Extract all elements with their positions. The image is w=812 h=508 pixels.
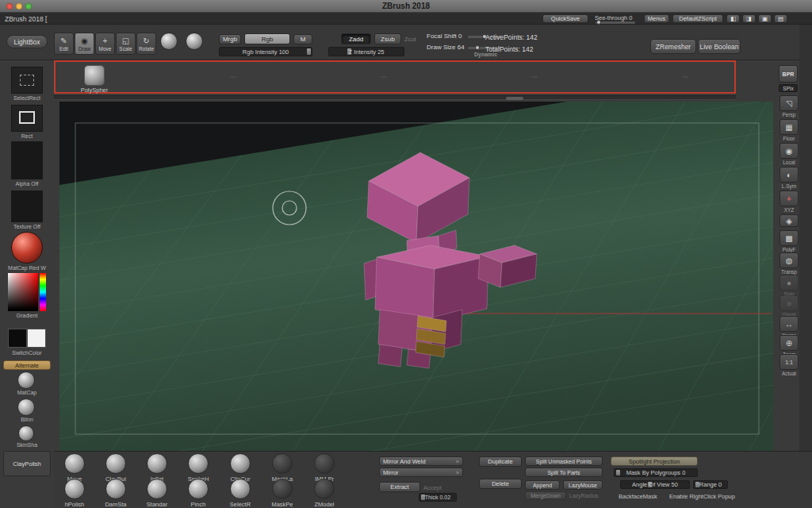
material-thumbnail[interactable] [11, 232, 43, 264]
lazyradius-slider[interactable]: LazyRadius [569, 493, 599, 498]
transp-label: Transp [779, 269, 799, 275]
live-boolean-button[interactable]: Live Boolean [698, 39, 741, 54]
solo-button[interactable]: ● Solo [779, 275, 799, 297]
zadd-button[interactable]: Zadd [341, 33, 371, 44]
claypolish-button[interactable]: ClayPolish [3, 451, 51, 476]
mask-by-polygroups-slider[interactable]: Mask By Polygroups 0 [614, 468, 698, 477]
ghost-button[interactable]: ○ Ghost [779, 295, 799, 318]
append-button[interactable]: Append [525, 480, 560, 490]
material-preview-icon[interactable] [160, 33, 178, 50]
angle-of-view-slider[interactable]: Angle Of View 50 [620, 480, 690, 489]
viewport-canvas[interactable] [59, 102, 773, 451]
rgb-intensity-handle[interactable] [307, 48, 311, 55]
layout-icon[interactable]: ▤ [774, 14, 787, 23]
stroke-selectrect-thumbnail[interactable] [11, 67, 43, 94]
palette-icon[interactable]: ▣ [758, 14, 772, 23]
focal-shift-slider-label[interactable]: Focal Shift 0 [427, 33, 462, 40]
brush-selectrect[interactable]: SelectR [220, 479, 261, 508]
app-menu-label[interactable]: ZBrush 2018 [ [5, 15, 47, 23]
scale-icon: ◱ [122, 37, 129, 45]
edit-mode-button[interactable]: ✎ Edit [54, 33, 74, 55]
blinn-material-icon[interactable] [17, 398, 35, 416]
split-to-parts-button[interactable]: Split To Parts [525, 468, 603, 477]
maximize-button[interactable] [25, 3, 32, 10]
edit-label: Edit [59, 46, 68, 52]
color-saturation-square[interactable] [8, 273, 38, 311]
mergedown-button[interactable]: MergeDown [525, 491, 566, 500]
brush-pinch[interactable]: Pinch [178, 479, 219, 508]
texture-thumbnail[interactable] [11, 190, 43, 222]
accept-button[interactable]: Accept [423, 484, 442, 491]
mirror-and-weld-button[interactable]: Mirror And Weld » [379, 456, 463, 466]
m-button[interactable]: M [293, 34, 312, 44]
quicksave-button[interactable]: QuickSave [542, 14, 588, 23]
brush-hpolish[interactable]: hPolish [54, 479, 95, 508]
local-button[interactable]: ◉ Local [779, 143, 799, 165]
brush-zmodeler[interactable]: ZModel [304, 479, 345, 508]
stroke-preview-icon[interactable] [186, 33, 203, 50]
tray-scrollbar-thumb[interactable] [506, 97, 523, 100]
xyz-button[interactable]: + XYZ [779, 190, 799, 213]
bpr-button[interactable]: BPR [779, 65, 798, 83]
lightbox-button[interactable]: LightBox [6, 35, 48, 48]
draw-mode-button[interactable]: ◉ Draw [75, 33, 94, 55]
rgb-intensity-slider[interactable]: Rgb Intensity 100 [219, 47, 312, 56]
draw-size-slider-label[interactable]: Draw Size 64 [427, 44, 465, 51]
lsym-button[interactable]: ◐ L.Sym [779, 167, 799, 189]
actual-button[interactable]: 1:1 Actual [779, 354, 799, 376]
zcut-button[interactable]: Zcut [404, 36, 416, 43]
skinshade-material-icon[interactable] [18, 425, 34, 441]
scroll-button[interactable]: ◈ [779, 214, 799, 227]
rgb-button[interactable]: Rgb [244, 33, 290, 44]
menus-button[interactable]: Menus [644, 14, 669, 23]
range-slider[interactable]: Range 0 [693, 480, 728, 489]
lazymouse-button[interactable]: LazyMouse [563, 480, 603, 490]
spix-slider[interactable]: SPix [779, 84, 798, 92]
zremesher-button[interactable]: ZRemesher [650, 39, 696, 54]
mrgb-button[interactable]: Mrgb [219, 34, 241, 44]
switchcolor-label[interactable]: SwitchColor [0, 350, 54, 356]
polysphere-tool-icon[interactable] [84, 65, 105, 86]
main-color-swatch[interactable] [8, 329, 27, 348]
stroke-rect-thumbnail[interactable] [11, 105, 43, 132]
backfacemask-button[interactable]: BackfaceMask [619, 493, 657, 500]
extract-button[interactable]: Extract [379, 482, 420, 492]
tool-tray[interactable]: PolySpher [54, 60, 736, 94]
dock-left-icon[interactable]: ◧ [726, 14, 740, 23]
brush-masklasso-icon [272, 453, 293, 474]
secondary-color-swatch[interactable] [27, 329, 46, 348]
polyframe-button[interactable]: ▩ PolyF [779, 230, 799, 252]
close-button[interactable] [6, 3, 13, 10]
draw-size-knob[interactable] [475, 45, 480, 50]
matcap-material-label: MatCap [0, 390, 54, 395]
split-unmasked-points-button[interactable]: Split Unmasked Points [525, 456, 603, 466]
spotlight-projection-button[interactable]: Spotlight Projection [611, 456, 698, 466]
hue-strip[interactable] [40, 273, 46, 311]
minimize-button[interactable] [16, 3, 22, 10]
floor-button[interactable]: ▦ Floor [779, 119, 799, 141]
thick-slider[interactable]: Thick 0.02 [419, 493, 457, 502]
scale-mode-button[interactable]: ◱ Scale [116, 33, 136, 55]
z-intensity-slider[interactable]: Z Intensity 25 [328, 47, 404, 56]
color-picker[interactable] [8, 273, 46, 311]
tray-scrollbar[interactable] [54, 95, 736, 100]
rotate-mode-button[interactable]: ↻ Rotate [136, 33, 156, 55]
brush-standard[interactable]: Standar [136, 479, 178, 508]
duplicate-button[interactable]: Duplicate [479, 456, 522, 467]
dock-right-icon[interactable]: ◨ [742, 14, 756, 23]
enable-rightclick-popup-toggle[interactable]: Enable RightClick Popup [669, 493, 735, 500]
brush-damstandard[interactable]: DamSta [95, 479, 136, 508]
move-mode-button[interactable]: + Move [95, 33, 115, 55]
mirror-button[interactable]: Mirror » [379, 468, 463, 477]
alpha-thumbnail[interactable] [11, 141, 43, 179]
see-through-track[interactable] [596, 21, 635, 24]
alternate-button[interactable]: Alternate [3, 360, 51, 370]
zsub-button[interactable]: Zsub [374, 33, 401, 44]
transp-button[interactable]: ◍ Transp [779, 252, 799, 275]
persp-button[interactable]: ◹ Persp [779, 95, 799, 117]
zscript-button[interactable]: DefaultZScript [672, 14, 723, 23]
matcap-material-icon[interactable] [17, 371, 35, 389]
delete-button[interactable]: Delete [479, 479, 522, 489]
brush-maskpen[interactable]: MaskPe [262, 479, 303, 508]
mask-by-polygroups-handle[interactable] [616, 470, 620, 475]
